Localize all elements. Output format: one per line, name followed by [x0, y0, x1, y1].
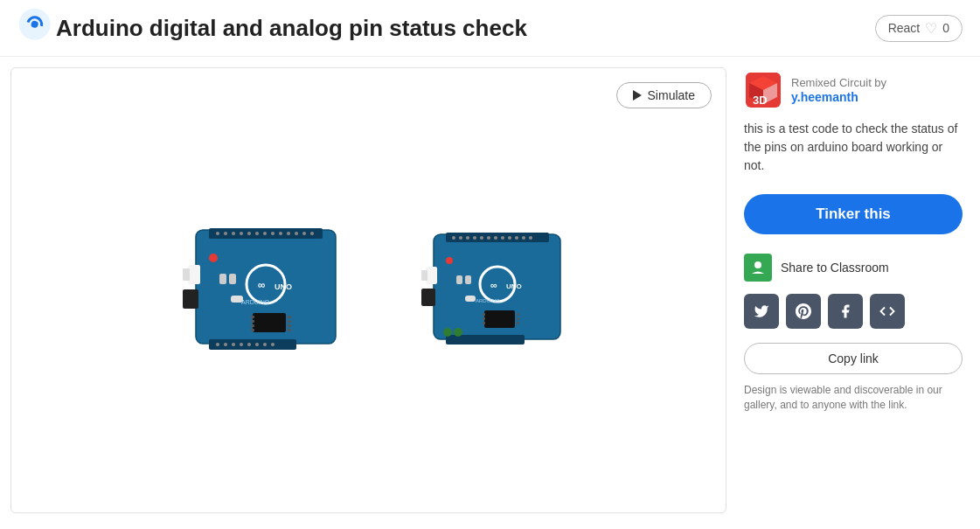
svg-point-31 [209, 254, 218, 262]
arduino-board-2: ∞ UNO ARDUINO [414, 227, 567, 353]
svg-rect-40 [251, 329, 254, 331]
embed-icon [879, 303, 895, 319]
svg-point-51 [452, 236, 455, 240]
svg-rect-32 [231, 296, 243, 303]
visibility-note: Design is viewable and discoverable in o… [744, 383, 963, 413]
svg-rect-5 [209, 339, 296, 350]
svg-point-61 [522, 236, 525, 240]
page-header: Arduino digital and analog pin status ch… [0, 0, 980, 57]
board-svg-1: ∞ UNO ARDUINO [170, 221, 344, 357]
svg-point-21 [232, 343, 235, 346]
svg-point-6 [216, 232, 219, 235]
svg-point-7 [224, 232, 227, 235]
svg-text:ARDUINO: ARDUINO [241, 299, 270, 305]
simulate-button[interactable]: Simulate [616, 82, 712, 108]
page-title: Arduino digital and analog pin status ch… [56, 15, 527, 42]
svg-point-67 [446, 257, 453, 264]
remix-info: 3D Remixed Circuit by y.heemanth [744, 71, 963, 109]
board-svg-2: ∞ UNO ARDUINO [414, 227, 567, 350]
svg-point-82 [454, 328, 462, 337]
svg-rect-46 [229, 274, 236, 284]
svg-rect-36 [253, 313, 286, 332]
logo-icon [17, 2, 59, 44]
svg-rect-73 [483, 313, 485, 316]
play-icon [633, 90, 642, 101]
canvas-area: Simulate [10, 67, 726, 513]
svg-point-20 [224, 343, 227, 346]
svg-rect-42 [288, 320, 291, 323]
facebook-icon [838, 303, 853, 319]
svg-point-59 [508, 236, 511, 240]
simulate-label: Simulate [648, 88, 695, 102]
svg-text:UNO: UNO [506, 282, 522, 290]
boards-container: ∞ UNO ARDUINO [11, 68, 726, 512]
react-button[interactable]: React ♡ 0 [875, 15, 963, 42]
svg-rect-75 [483, 322, 485, 324]
sidebar: 3D Remixed Circuit by y.heemanth this is… [726, 57, 980, 524]
svg-point-13 [271, 232, 275, 235]
description-text: this is a test code to check the status … [744, 120, 963, 175]
svg-rect-71 [421, 289, 435, 306]
arduino-board-1: ∞ UNO ARDUINO [170, 221, 344, 360]
svg-rect-41 [288, 316, 291, 318]
svg-point-55 [480, 236, 483, 240]
heart-icon: ♡ [925, 20, 937, 37]
svg-point-15 [287, 232, 290, 235]
svg-point-11 [255, 232, 259, 235]
svg-point-16 [295, 232, 298, 235]
remix-cube-icon: 3D [744, 71, 782, 109]
twitter-icon [754, 303, 769, 319]
svg-rect-80 [465, 275, 471, 284]
remix-text: Remixed Circuit by [791, 76, 886, 89]
author-link[interactable]: y.heemanth [791, 90, 858, 104]
svg-rect-43 [288, 324, 291, 327]
svg-point-81 [443, 328, 452, 337]
embed-button[interactable] [870, 294, 905, 329]
svg-text:∞: ∞ [490, 280, 497, 290]
svg-rect-35 [183, 289, 198, 309]
copy-link-button[interactable]: Copy link [744, 343, 963, 374]
social-icons-row [744, 294, 963, 329]
svg-point-9 [240, 232, 243, 235]
react-count: 0 [942, 21, 949, 35]
main-layout: Simulate [0, 57, 980, 524]
svg-rect-74 [483, 317, 485, 320]
header-left: Arduino digital and analog pin status ch… [14, 12, 527, 44]
share-classroom-label: Share to Classroom [781, 261, 889, 275]
svg-rect-72 [484, 310, 515, 328]
svg-rect-78 [517, 322, 519, 324]
svg-point-8 [232, 232, 235, 235]
svg-point-52 [459, 236, 462, 240]
svg-point-26 [271, 343, 275, 346]
svg-rect-76 [517, 313, 519, 316]
svg-point-17 [302, 232, 306, 235]
svg-point-19 [216, 343, 219, 346]
svg-rect-37 [251, 316, 254, 318]
svg-point-10 [247, 232, 251, 235]
svg-rect-79 [456, 275, 462, 284]
svg-text:∞: ∞ [258, 279, 266, 291]
svg-point-57 [494, 236, 497, 240]
tinker-button[interactable]: Tinker this [744, 194, 963, 234]
svg-point-56 [487, 236, 490, 240]
svg-point-18 [310, 232, 314, 235]
twitter-button[interactable] [744, 294, 779, 329]
svg-point-14 [279, 232, 282, 235]
svg-rect-34 [183, 268, 190, 281]
pinterest-button[interactable] [786, 294, 821, 329]
svg-rect-33 [188, 265, 200, 284]
svg-point-22 [240, 343, 243, 346]
classroom-svg [749, 259, 767, 276]
svg-rect-38 [251, 320, 254, 323]
svg-point-12 [263, 232, 267, 235]
svg-text:UNO: UNO [275, 282, 292, 291]
svg-rect-77 [517, 317, 519, 320]
svg-text:3D: 3D [753, 94, 768, 107]
svg-point-60 [515, 236, 518, 240]
share-classroom-button[interactable]: Share to Classroom [744, 254, 963, 282]
svg-point-54 [473, 236, 476, 240]
remix-author-info: Remixed Circuit by y.heemanth [791, 76, 886, 105]
facebook-button[interactable] [828, 294, 863, 329]
svg-point-25 [263, 343, 267, 346]
react-label: React [888, 21, 921, 35]
